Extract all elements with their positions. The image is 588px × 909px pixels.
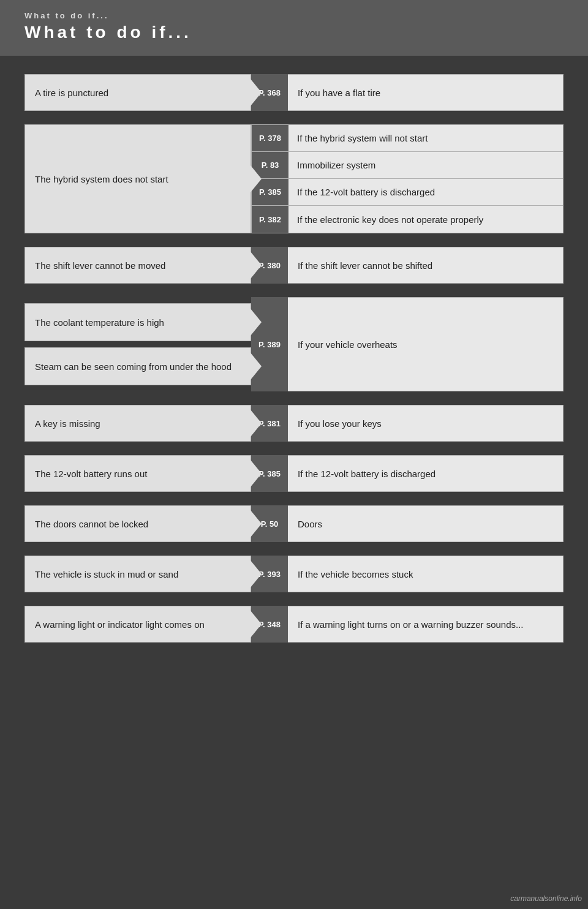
result-box: If the vehicle becomes stuck — [288, 556, 564, 592]
entry-row: The vehicle is stuck in mud or sandP. 39… — [24, 556, 564, 592]
entry-block: A key is missingP. 381If you lose your k… — [24, 405, 564, 442]
multi-result-row: P. 378If the hybrid system will not star… — [252, 125, 563, 152]
result-box: If you lose your keys — [288, 405, 564, 442]
entry-block: The 12-volt battery runs outP. 385If the… — [24, 455, 564, 492]
multi-result-row: P. 382If the electronic key does not ope… — [252, 206, 563, 233]
result-box: Doors — [288, 505, 564, 542]
multi-results-wrap: P. 378If the hybrid system will not star… — [251, 124, 564, 233]
entry-row: A key is missingP. 381If you lose your k… — [24, 405, 564, 442]
entry-block: A warning light or indicator light comes… — [24, 606, 564, 643]
entry-block: A tire is puncturedP. 368If you have a f… — [24, 74, 564, 111]
combined-entry-block: The coolant temperature is highSteam can… — [24, 297, 564, 391]
condition-box: A tire is punctured — [24, 74, 251, 111]
condition-box: A warning light or indicator light comes… — [24, 606, 251, 643]
result-text: If the electronic key does not operate p… — [288, 206, 563, 233]
condition-box: The coolant temperature is high — [24, 303, 251, 341]
entry-row: The doors cannot be lockedP. 50Doors — [24, 505, 564, 542]
condition-box: The vehicle is stuck in mud or sand — [24, 556, 251, 592]
condition-box: The 12-volt battery runs out — [24, 455, 251, 492]
entry-block: The hybrid system does not startP. 378If… — [24, 124, 564, 233]
condition-box: The shift lever cannot be moved — [24, 247, 251, 284]
result-box: If your vehicle overheats — [288, 297, 564, 391]
combined-conditions: The coolant temperature is highSteam can… — [24, 297, 251, 391]
multi-entry-block: The hybrid system does not startP. 378If… — [24, 124, 564, 233]
entry-row: A warning light or indicator light comes… — [24, 606, 564, 643]
entry-block: The coolant temperature is highSteam can… — [24, 297, 564, 391]
condition-box: A key is missing — [24, 405, 251, 442]
entry-row: The shift lever cannot be movedP. 380If … — [24, 247, 564, 284]
condition-box: Steam can be seen coming from under the … — [24, 347, 251, 385]
entry-block: The vehicle is stuck in mud or sandP. 39… — [24, 556, 564, 592]
main-content: A tire is puncturedP. 368If you have a f… — [0, 56, 588, 667]
entry-block: The doors cannot be lockedP. 50Doors — [24, 505, 564, 542]
entry-block: The shift lever cannot be movedP. 380If … — [24, 247, 564, 284]
page-header: What to do if... What to do if... — [0, 0, 588, 56]
result-text: If the hybrid system will not start — [288, 125, 563, 151]
condition-box: The doors cannot be locked — [24, 505, 251, 542]
multi-condition-wrap: The hybrid system does not start — [24, 124, 251, 233]
page-badge: P. 378 — [252, 125, 288, 151]
entry-row: The 12-volt battery runs outP. 385If the… — [24, 455, 564, 492]
condition-box: The hybrid system does not start — [24, 124, 251, 233]
header-title: What to do if... — [24, 23, 564, 42]
page-badge: P. 382 — [252, 206, 288, 233]
watermark: carmanualsonline.info — [510, 894, 582, 903]
result-box: If you have a flat tire — [288, 74, 564, 111]
result-box: If the 12-volt battery is discharged — [288, 455, 564, 492]
result-box: If the shift lever cannot be shifted — [288, 247, 564, 284]
multi-result-row: P. 83Immobilizer system — [252, 152, 563, 179]
entry-row: A tire is puncturedP. 368If you have a f… — [24, 74, 564, 111]
result-box: If a warning light turns on or a warning… — [288, 606, 564, 643]
result-text: Immobilizer system — [288, 152, 563, 178]
header-subtitle: What to do if... — [24, 11, 564, 20]
result-text: If the 12-volt battery is discharged — [288, 179, 563, 205]
multi-result-row: P. 385If the 12-volt battery is discharg… — [252, 179, 563, 206]
